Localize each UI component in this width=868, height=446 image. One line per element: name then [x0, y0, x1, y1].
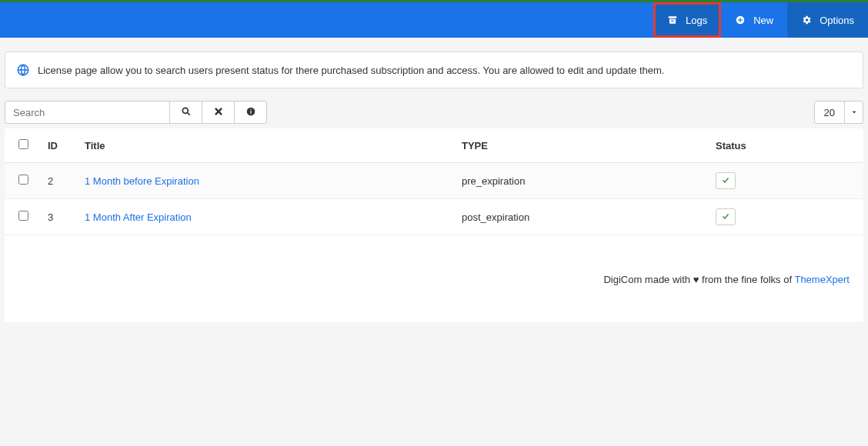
- search-button[interactable]: [170, 101, 202, 124]
- cell-id: 3: [40, 199, 77, 235]
- table-row: 3 1 Month After Expiration post_expirati…: [5, 199, 863, 235]
- search-group: [5, 101, 267, 124]
- topbar: Logs New Options: [0, 2, 868, 38]
- cell-type: pre_expiration: [454, 163, 708, 199]
- svg-point-7: [182, 108, 188, 113]
- data-table: ID Title TYPE Status 2 1 Month before Ex…: [5, 128, 863, 235]
- row-checkbox[interactable]: [18, 211, 28, 221]
- status-toggle[interactable]: [716, 172, 736, 189]
- tab-new-label: New: [753, 15, 773, 26]
- tab-logs-label: Logs: [686, 15, 707, 26]
- table-row: 2 1 Month before Expiration pre_expirati…: [5, 163, 863, 199]
- cell-id: 2: [40, 163, 77, 199]
- svg-rect-12: [250, 110, 251, 113]
- select-all-checkbox[interactable]: [18, 139, 28, 149]
- col-header-status: Status: [708, 128, 863, 163]
- row-checkbox[interactable]: [18, 175, 28, 185]
- check-icon: [721, 175, 730, 187]
- page-size-select[interactable]: 20: [814, 101, 863, 124]
- info-text: License page allow you to search users p…: [38, 65, 664, 76]
- footer-text: DigiCom made with ♥ from the fine folks …: [603, 274, 794, 285]
- gear-icon: [801, 15, 812, 25]
- title-link[interactable]: 1 Month After Expiration: [85, 211, 192, 223]
- svg-rect-5: [738, 19, 743, 20]
- page-size-value: 20: [815, 102, 844, 123]
- info-button[interactable]: [235, 101, 267, 124]
- tab-options-label: Options: [820, 15, 854, 26]
- svg-rect-13: [250, 108, 251, 109]
- data-table-wrap: ID Title TYPE Status 2 1 Month before Ex…: [5, 128, 863, 322]
- tab-options[interactable]: Options: [787, 2, 868, 38]
- check-icon: [721, 211, 730, 223]
- info-icon: [245, 106, 256, 119]
- col-header-id: ID: [40, 128, 77, 163]
- archive-icon: [667, 15, 678, 25]
- svg-rect-0: [669, 16, 677, 18]
- title-link[interactable]: 1 Month before Expiration: [85, 175, 199, 187]
- cell-type: post_expiration: [454, 199, 708, 235]
- footer-link[interactable]: ThemeXpert: [794, 274, 850, 285]
- tab-logs[interactable]: Logs: [653, 2, 721, 38]
- globe-icon: [16, 63, 30, 77]
- col-header-type: TYPE: [454, 128, 708, 163]
- close-icon: [213, 106, 224, 119]
- caret-down-icon: [844, 102, 863, 123]
- info-box: License page allow you to search users p…: [5, 52, 863, 88]
- tab-new[interactable]: New: [721, 2, 787, 38]
- toolbar: 20: [5, 101, 863, 124]
- search-icon: [181, 106, 192, 119]
- col-header-title: Title: [77, 128, 454, 163]
- search-input[interactable]: [5, 101, 170, 124]
- clear-button[interactable]: [202, 101, 235, 124]
- footer: DigiCom made with ♥ from the fine folks …: [5, 255, 863, 308]
- status-toggle[interactable]: [716, 208, 736, 225]
- svg-line-8: [187, 112, 189, 115]
- svg-rect-2: [671, 21, 674, 22]
- plus-circle-icon: [735, 15, 746, 25]
